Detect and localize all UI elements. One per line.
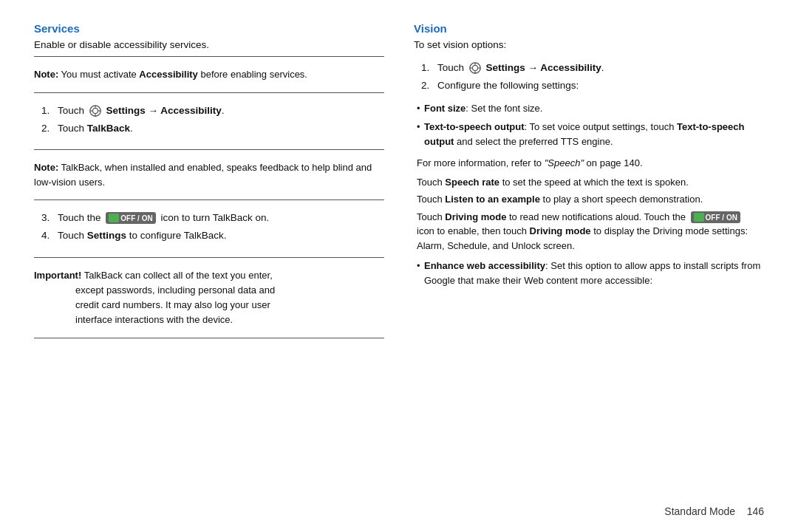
svg-point-7 [472,66,477,71]
divider-3 [34,149,384,150]
step-2: 2. Touch TalkBack. [41,121,384,136]
steps-1: 1. Touch Settings → Accessibility [34,99,384,144]
bullet-tts: Text-to-speech output: To set voice outp… [417,120,764,149]
vision-step-1: 1. Touch Settings → Accessibility [421,61,764,75]
step-num-3: 3. [41,211,53,225]
bullet-web-text: Enhance web accessibility: Set this opti… [424,260,760,286]
footer: Standard Mode 146 [664,505,764,517]
divider-4 [34,200,384,200]
step-num-2: 2. [41,121,53,136]
para-speech-rate: Touch Speech rate to set the speed at wh… [414,174,764,191]
toggle-text-2: OFF / ON [706,212,737,223]
bullet-tts-text: Text-to-speech output: To set voice outp… [424,121,744,147]
step-num-1: 1. [41,103,53,118]
bullet-font-size-text: Font size: Set the font size. [424,103,542,114]
step-content-2: Touch TalkBack. [58,121,384,136]
footer-page: 146 [747,505,764,517]
para-speech-ref: For more information, refer to "Speech" … [414,153,764,174]
divider-2 [34,92,384,93]
note-1-text: Note: You must activate Accessibility be… [34,67,384,82]
toggle-button-1: OFF / ON [106,212,155,224]
toggle-text-1: OFF / ON [120,213,152,224]
step-3: 3. Touch the OFF / ON icon to turn TalkB… [41,211,384,225]
vision-bullets: Font size: Set the font size. Text-to-sp… [414,101,764,149]
footer-text: Standard Mode [664,505,735,517]
toggle-indicator-1 [109,214,119,222]
toggle-button-2: OFF / ON [691,211,740,223]
vision-step-num-2: 2. [421,78,433,93]
important-box: Important! TalkBack can collect all of t… [34,264,384,332]
vision-steps: 1. Touch Settings → Accessibility [414,56,764,101]
steps-2: 3. Touch the OFF / ON icon to turn TalkB… [34,206,384,251]
bullet-font-size: Font size: Set the font size. [417,101,764,116]
vision-step-2: 2. Configure the following settings: [421,78,764,93]
settings-icon-2 [468,61,482,75]
step-4: 4. Touch Settings to configure TalkBack. [41,228,384,243]
divider-6 [34,338,384,338]
vision-step-content-1: Touch Settings → Accessibility. [437,61,764,75]
vision-intro: To set vision options: [414,39,764,50]
services-subtitle: Enable or disable accessibility services… [34,39,384,50]
divider-1 [34,56,384,57]
bullet-web-accessibility: Enhance web accessibility: Set this opti… [417,259,764,287]
step-content-4: Touch Settings to configure TalkBack. [58,228,384,243]
note-box-1: Note: You must activate Accessibility be… [34,63,384,86]
step-1: 1. Touch Settings → Accessibility [41,103,384,118]
left-column: Services Enable or disable accessibility… [34,22,384,510]
note-2-text: Note: TalkBack, when installed and enabl… [34,160,384,189]
para-driving-mode: Touch Driving mode to read new notificat… [414,208,764,255]
para-listen-example: Touch Listen to an example to play a sho… [414,191,764,208]
vision-step-num-1: 1. [421,61,433,75]
step-content-3: Touch the OFF / ON icon to turn TalkBack… [58,211,384,225]
svg-point-1 [92,108,98,113]
toggle-indicator-2 [694,213,704,222]
vision-step-content-2: Configure the following settings: [437,78,764,93]
services-title: Services [34,22,384,35]
vision-bullets-2: Enhance web accessibility: Set this opti… [414,259,764,287]
settings-icon-1 [89,104,102,117]
step-num-4: 4. [41,228,53,243]
right-column: Vision To set vision options: 1. Touch [414,22,764,510]
important-text: Important! TalkBack can collect all of t… [34,268,384,328]
vision-title: Vision [414,22,764,35]
divider-5 [34,257,384,258]
note-box-2: Note: TalkBack, when installed and enabl… [34,156,384,194]
step-content-1: Touch Settings → Accessibility. [58,103,384,118]
